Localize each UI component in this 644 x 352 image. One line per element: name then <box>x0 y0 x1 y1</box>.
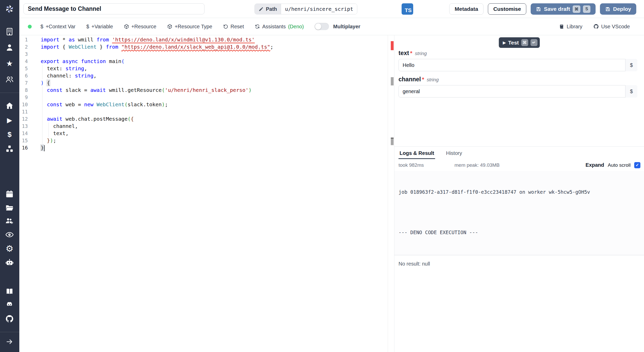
insert-variable-button[interactable]: $ <box>625 59 637 71</box>
code-line: channel: string, <box>19 72 388 79</box>
code-line: import * as wmill from 'https://deno.lan… <box>19 36 388 43</box>
editor-toolbar: $ +Context Var $ +Variable +Resource +Re… <box>19 18 644 35</box>
home-icon[interactable] <box>4 100 15 111</box>
duration-text: took 982ms <box>399 162 424 168</box>
add-context-var-button[interactable]: $ +Context Var <box>40 24 75 30</box>
assistants-language: (Deno) <box>288 24 304 30</box>
sidebar: ★ ▶ $ <box>0 0 19 352</box>
top-bar: Path u/henri/sincere_script TS Metadata … <box>19 0 644 18</box>
run-meta-row: took 982ms mem peak: 49.03MB Expand Auto… <box>394 159 644 171</box>
assistants-button[interactable]: Assistants (Deno) <box>255 24 304 30</box>
multiplayer-toggle[interactable] <box>315 23 329 30</box>
code-line <box>19 94 388 101</box>
preview-panel: ▶ Test ⌘ ↵ text * string $ channel <box>394 35 644 352</box>
save-icon <box>536 6 541 12</box>
workers-robot-icon[interactable] <box>4 257 15 268</box>
use-vscode-button[interactable]: Use VScode <box>593 24 630 30</box>
windmill-logo-icon[interactable] <box>4 3 15 15</box>
code-line: } <box>19 144 388 151</box>
typescript-badge: TS <box>402 3 413 15</box>
star-icon[interactable]: ★ <box>4 58 15 69</box>
reset-icon <box>223 24 228 29</box>
code-line: const slack = await wmill.getResource('u… <box>19 86 388 94</box>
field-text: text * string $ <box>399 50 637 71</box>
channel-arg-input[interactable] <box>399 85 637 98</box>
code-line: text: string, <box>19 65 388 72</box>
mem-peak-text: mem peak: 49.03MB <box>454 162 499 168</box>
code-line: export async function main( <box>19 58 388 65</box>
team-icon[interactable] <box>4 74 15 85</box>
log-line: job 018963f2-a317-d81f-f1f0-e3cc23418747… <box>399 189 640 195</box>
add-variable-button[interactable]: $ +Variable <box>86 24 113 30</box>
discord-icon[interactable] <box>4 299 15 310</box>
cmd-key-badge: ⌘ <box>573 5 580 13</box>
code-line <box>19 108 388 115</box>
collapse-arrow-icon[interactable] <box>4 336 15 347</box>
text-cursor <box>44 145 45 151</box>
field-channel: channel * string $ <box>399 76 637 98</box>
play-icon: ▶ <box>503 41 506 45</box>
enter-key-badge: ↵ <box>530 39 537 46</box>
path-label: Path <box>266 6 277 12</box>
required-asterisk: * <box>410 50 412 57</box>
tab-history[interactable]: History <box>445 150 463 159</box>
groups-users-gear-icon[interactable] <box>4 215 15 227</box>
library-book-icon <box>559 24 564 29</box>
status-dot <box>28 25 32 29</box>
test-args-section: ▶ Test ⌘ ↵ text * string $ channel <box>394 35 644 147</box>
library-button[interactable]: Library <box>559 24 582 30</box>
insert-variable-button[interactable]: $ <box>625 85 637 98</box>
log-line: --- DENO CODE EXECUTION --- <box>399 230 640 235</box>
pencil-icon <box>259 7 264 12</box>
highlight-marker <box>391 77 394 85</box>
test-button[interactable]: ▶ Test ⌘ ↵ <box>499 37 540 48</box>
audit-eye-icon[interactable] <box>4 229 15 240</box>
editor-scrollbar[interactable] <box>388 35 394 352</box>
user-icon[interactable] <box>4 42 15 53</box>
runs-play-icon[interactable]: ▶ <box>4 115 15 126</box>
highlight-marker <box>391 138 394 145</box>
schedules-calendar-icon[interactable] <box>4 188 15 200</box>
save-draft-button[interactable]: Save draft ⌘ S <box>531 3 596 15</box>
cube-icon <box>167 24 172 29</box>
docs-book-icon[interactable] <box>4 286 15 297</box>
dollar-icon: $ <box>86 24 89 30</box>
add-resource-button[interactable]: +Resource <box>124 24 156 30</box>
add-resource-type-button[interactable]: +Resource Type <box>167 24 212 30</box>
code-line: ) { <box>19 79 388 86</box>
variables-dollar-icon[interactable]: $ <box>4 129 15 140</box>
folders-icon[interactable] <box>4 202 15 214</box>
metadata-button[interactable]: Metadata <box>449 3 484 15</box>
error-marker <box>391 41 394 50</box>
github-icon <box>593 24 599 29</box>
building-icon[interactable] <box>4 26 15 37</box>
required-asterisk: * <box>422 76 424 83</box>
text-arg-input[interactable] <box>399 59 637 71</box>
code-line: channel, <box>19 122 388 130</box>
code-line: import { WebClient } from "https://deno.… <box>19 43 388 50</box>
path-editor[interactable]: Path u/henri/sincere_script <box>255 4 357 14</box>
refresh-icon <box>255 24 260 29</box>
result-text: No result: null <box>399 261 430 267</box>
save-icon <box>605 6 611 12</box>
github-icon[interactable] <box>4 313 15 324</box>
settings-gear-icon[interactable]: ⚙ <box>4 243 15 254</box>
customise-button[interactable]: Customise <box>488 3 526 15</box>
autoscroll-label: Auto scroll <box>608 162 631 168</box>
logs-output: job 018963f2-a317-d81f-f1f0-e3cc23418747… <box>394 171 644 255</box>
result-output: No result: null <box>394 255 644 352</box>
deploy-button[interactable]: Deploy <box>600 3 636 15</box>
tab-logs-result[interactable]: Logs & Result <box>399 150 435 159</box>
multiplayer-label: Multiplayer <box>333 24 360 30</box>
code-line <box>19 50 388 58</box>
expand-button[interactable]: Expand <box>586 162 604 168</box>
autoscroll-checkbox[interactable]: ✓ <box>634 162 640 168</box>
reset-button[interactable]: Reset <box>223 24 244 30</box>
cmd-key-badge: ⌘ <box>521 39 528 46</box>
resources-cubes-icon[interactable] <box>4 143 15 155</box>
dollar-icon: $ <box>40 24 43 30</box>
script-title-input[interactable] <box>23 3 205 14</box>
code-line: text, <box>19 130 388 137</box>
code-line: }); <box>19 137 388 144</box>
code-editor[interactable]: 1import * as wmill from 'https://deno.la… <box>19 35 394 352</box>
